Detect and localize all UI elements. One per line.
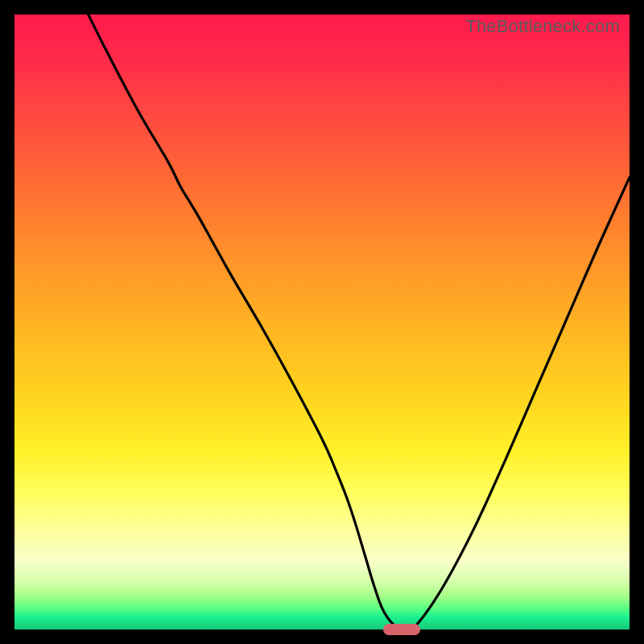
plot-area: TheBottleneck.com	[14, 14, 630, 630]
optimum-marker	[383, 624, 420, 635]
chart-frame: TheBottleneck.com	[0, 0, 644, 644]
bottleneck-curve	[14, 14, 630, 630]
